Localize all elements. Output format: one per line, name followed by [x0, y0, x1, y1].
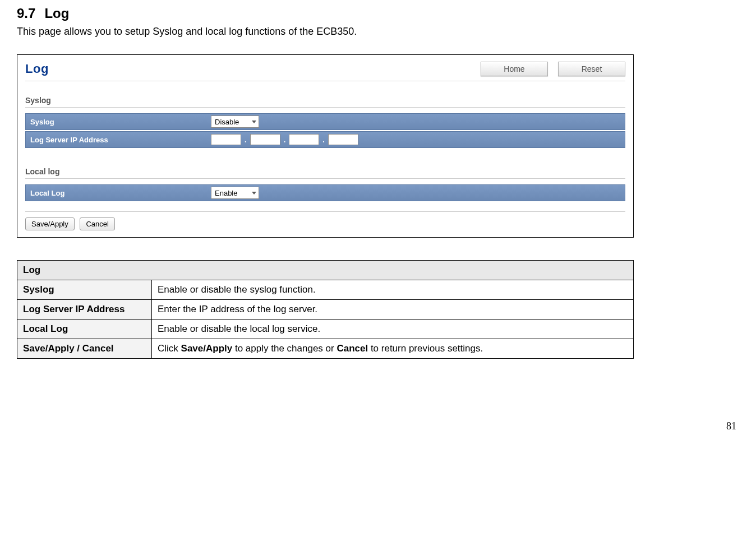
chevron-down-icon [252, 192, 256, 195]
ip-octet-3-input[interactable] [289, 134, 319, 145]
table-row: Log Server IP Address Enter the IP addre… [17, 300, 634, 320]
table-row: Local Log Enable or disable the local lo… [17, 320, 634, 339]
screenshot: Log Home Reset Syslog Syslog Disable Log… [19, 56, 632, 236]
section-title: Log [44, 6, 69, 21]
locallog-group-heading: Local log [25, 167, 625, 176]
locallog-label: Local Log [26, 189, 211, 197]
app-header: Log Home Reset [25, 62, 625, 80]
chevron-down-icon [252, 121, 256, 123]
bold-text: Save/Apply [181, 343, 233, 354]
locallog-select-value: Enable [215, 189, 237, 197]
ip-row: Log Server IP Address . . . [25, 131, 625, 148]
home-button[interactable]: Home [481, 62, 548, 76]
table-desc: Enter the IP address of the log server. [152, 300, 634, 320]
ip-label: Log Server IP Address [26, 136, 211, 144]
dot: . [245, 136, 247, 144]
page-title: Log [25, 62, 49, 76]
table-row: Save/Apply / Cancel Click Save/Apply to … [17, 339, 634, 359]
description-table: Log Syslog Enable or disable the syslog … [17, 260, 634, 359]
divider [25, 178, 625, 179]
dot: . [284, 136, 286, 144]
text: Click [158, 343, 181, 354]
divider [25, 81, 625, 81]
locallog-row: Local Log Enable [25, 184, 625, 201]
table-row: Syslog Enable or disable the syslog func… [17, 280, 634, 300]
table-header: Log [17, 261, 634, 280]
table-header-row: Log [17, 261, 634, 280]
table-label: Syslog [17, 280, 152, 300]
ip-octet-1-input[interactable] [211, 134, 241, 145]
syslog-row: Syslog Disable [25, 113, 625, 130]
table-desc: Enable or disable the syslog function. [152, 280, 634, 300]
page-number: 81 [17, 420, 739, 432]
syslog-group-heading: Syslog [25, 96, 625, 105]
syslog-select[interactable]: Disable [211, 115, 259, 128]
dot: . [322, 136, 325, 144]
divider [25, 211, 625, 212]
ip-octet-4-input[interactable] [328, 134, 358, 145]
intro-text: This page allows you to setup Syslog and… [17, 26, 739, 38]
section-heading: 9.7Log [17, 6, 739, 21]
screenshot-container: Log Home Reset Syslog Syslog Disable Log… [17, 54, 634, 238]
locallog-control: Enable [211, 187, 625, 199]
table-desc: Click Save/Apply to apply the changes or… [152, 339, 634, 359]
section-number: 9.7 [17, 6, 35, 21]
save-apply-button[interactable]: Save/Apply [25, 217, 75, 230]
cancel-button[interactable]: Cancel [80, 217, 114, 230]
table-label: Local Log [17, 320, 152, 339]
syslog-label: Syslog [26, 118, 211, 126]
syslog-control: Disable [211, 115, 625, 128]
ip-octet-2-input[interactable] [250, 134, 280, 145]
text: to return previous settings. [368, 343, 483, 354]
reset-button[interactable]: Reset [558, 62, 625, 76]
table-label: Save/Apply / Cancel [17, 339, 152, 359]
ip-control: . . . [211, 134, 625, 145]
text: to apply the changes or [232, 343, 336, 354]
bold-text: Cancel [336, 343, 368, 354]
locallog-select[interactable]: Enable [211, 187, 259, 199]
divider [25, 107, 625, 108]
syslog-select-value: Disable [215, 118, 239, 126]
table-desc: Enable or disable the local log service. [152, 320, 634, 339]
table-label: Log Server IP Address [17, 300, 152, 320]
action-buttons: Save/Apply Cancel [25, 217, 625, 230]
header-buttons: Home Reset [481, 62, 625, 76]
